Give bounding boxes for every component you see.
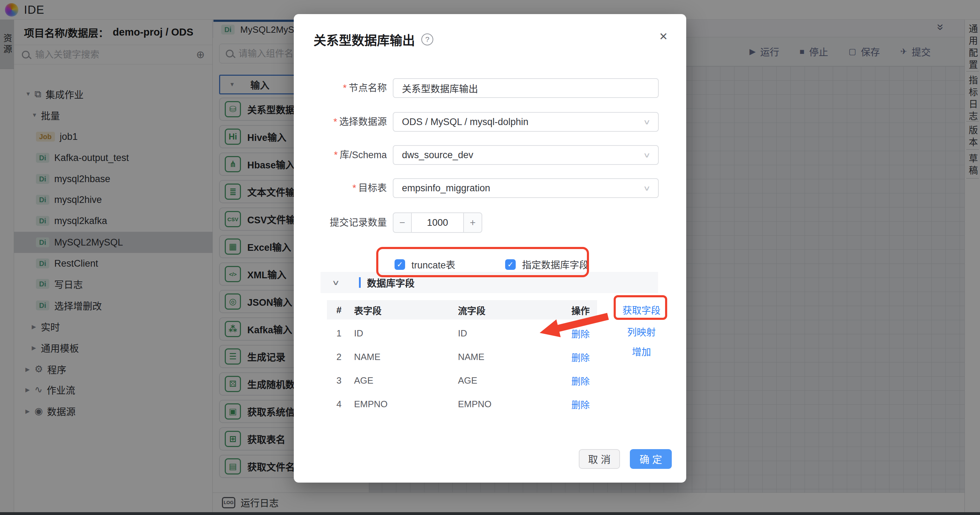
- table-row: 4 EMPNO EMPNO 删除: [327, 392, 597, 416]
- table-row: 3 AGE AGE 删除: [327, 369, 597, 392]
- chevron-down-icon: ∨: [643, 151, 651, 159]
- col-actions: 操作: [571, 303, 590, 316]
- delete-row-link[interactable]: 删除: [571, 397, 590, 410]
- datasource-value: ODS / MySQL / mysql-dolphin: [402, 117, 528, 127]
- node-name-label: *节点名称: [294, 78, 387, 98]
- chevron-down-icon: ∨: [643, 118, 651, 126]
- stream-field-value: ID: [458, 327, 467, 339]
- commit-count-value[interactable]: 1000: [412, 212, 463, 233]
- target-table-value: empsinfo_miggration: [402, 183, 490, 194]
- db-fields-section-header: ∨ 数据库字段: [321, 272, 658, 293]
- fetch-fields-link[interactable]: 获取字段: [613, 303, 670, 317]
- truncate-table-checkbox[interactable]: ✓ truncate表: [395, 258, 455, 271]
- specify-db-fields-label: 指定数据库字段: [522, 258, 589, 271]
- datasource-select[interactable]: ODS / MySQL / mysql-dolphin ∨: [393, 112, 659, 132]
- stream-field-value: NAME: [458, 351, 484, 362]
- target-table-label: *目标表: [294, 178, 387, 198]
- stepper-minus-button[interactable]: −: [393, 212, 412, 233]
- checkbox-checked-icon[interactable]: ✓: [505, 259, 516, 270]
- col-table-field: 表字段: [354, 303, 382, 316]
- checkbox-checked-icon[interactable]: ✓: [395, 259, 405, 270]
- delete-row-link[interactable]: 删除: [571, 374, 590, 387]
- delete-row-link[interactable]: 删除: [571, 350, 590, 363]
- close-icon[interactable]: ✕: [659, 30, 668, 43]
- required-mark: *: [343, 83, 347, 93]
- table-field-value: NAME: [354, 351, 380, 362]
- section-accent-bar: [359, 277, 361, 288]
- help-icon[interactable]: ?: [421, 33, 433, 45]
- commit-count-label: 提交记录数量: [294, 213, 387, 232]
- commit-count-stepper: − 1000 +: [393, 212, 482, 233]
- required-mark: *: [352, 183, 356, 193]
- stream-field-value: EMPNO: [458, 398, 492, 409]
- relational-db-output-dialog: 关系型数据库输出 ? ✕ *节点名称 *选择数据源 ODS / MySQL / …: [294, 14, 686, 483]
- schema-value: dws_source_dev: [402, 150, 473, 161]
- stream-field-value: AGE: [458, 375, 477, 386]
- table-field-value: EMPNO: [354, 398, 388, 409]
- required-mark: *: [334, 150, 338, 160]
- row-index: 1: [336, 327, 341, 339]
- table-field-value: ID: [354, 327, 363, 339]
- stepper-plus-button[interactable]: +: [463, 212, 482, 233]
- dialog-title-text: 关系型数据库输出: [313, 30, 415, 49]
- confirm-button[interactable]: 确 定: [630, 449, 672, 469]
- node-name-input[interactable]: [393, 78, 659, 98]
- fields-table-header: # 表字段 流字段 操作: [327, 300, 597, 319]
- ide-app: IDE 资源 项目名称/数据层： demo-proj / ODS ⊕ ▼ ⧉ 集…: [0, 0, 980, 515]
- col-stream-field: 流字段: [458, 303, 485, 316]
- row-index: 2: [336, 351, 341, 362]
- collapse-section-icon[interactable]: ∨: [332, 278, 340, 287]
- dialog-title: 关系型数据库输出 ?: [313, 30, 433, 49]
- col-index: #: [336, 304, 341, 315]
- row-index: 4: [336, 398, 341, 409]
- table-field-value: AGE: [354, 375, 374, 386]
- target-table-select[interactable]: empsinfo_miggration ∨: [393, 178, 659, 198]
- add-field-link[interactable]: 增加: [613, 345, 670, 358]
- schema-label: *库/Schema: [294, 145, 387, 165]
- table-row: 2 NAME NAME 删除: [327, 345, 597, 369]
- section-title: 数据库字段: [367, 276, 415, 289]
- truncate-table-label: truncate表: [412, 258, 455, 271]
- required-mark: *: [333, 117, 337, 127]
- cancel-button[interactable]: 取 消: [579, 449, 620, 469]
- column-mapping-link[interactable]: 列映射: [613, 325, 670, 339]
- schema-select[interactable]: dws_source_dev ∨: [393, 145, 659, 165]
- table-row: 1 ID ID 删除: [327, 321, 597, 345]
- chevron-down-icon: ∨: [643, 184, 651, 192]
- specify-db-fields-checkbox[interactable]: ✓ 指定数据库字段: [505, 258, 589, 271]
- datasource-label: *选择数据源: [294, 112, 387, 132]
- delete-row-link[interactable]: 删除: [571, 327, 590, 340]
- row-index: 3: [336, 375, 341, 386]
